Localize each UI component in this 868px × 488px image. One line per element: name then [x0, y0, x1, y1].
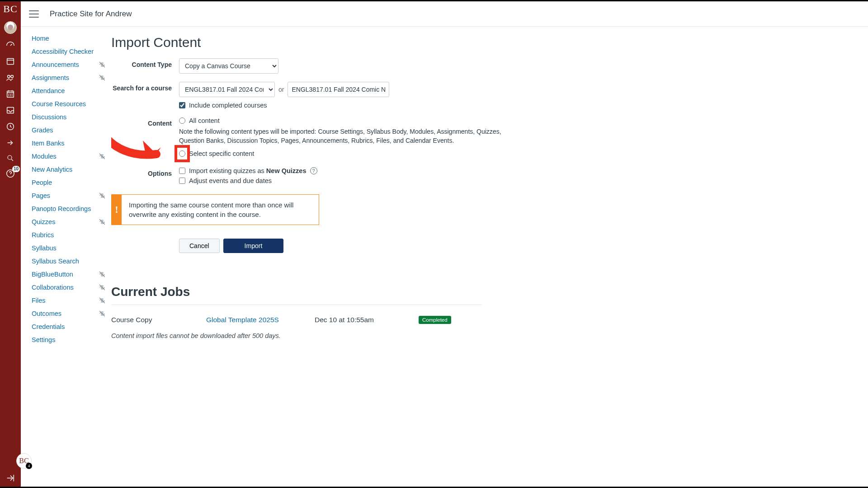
course-nav-link-modules[interactable]: Modules — [32, 153, 57, 160]
help-button[interactable]: 10 — [5, 169, 15, 178]
course-nav-link-bigbluebutton[interactable]: BigBlueButton — [32, 271, 73, 278]
course-nav-link-quizzes[interactable]: Quizzes — [32, 218, 55, 225]
course-nav-item: Announcements — [32, 61, 108, 68]
course-nav-item: Rubrics — [32, 231, 108, 239]
history-icon[interactable] — [5, 122, 15, 131]
course-nav-link-syllabus-search[interactable]: Syllabus Search — [32, 258, 79, 265]
course-nav-link-rubrics[interactable]: Rubrics — [32, 231, 54, 239]
hidden-icon — [99, 284, 106, 291]
course-name-input[interactable] — [288, 82, 389, 97]
course-nav-item: Discussions — [32, 113, 108, 121]
expand-nav-button[interactable] — [5, 473, 15, 487]
hidden-icon — [99, 297, 106, 304]
search-course-label: Search for a course — [111, 82, 179, 109]
form-area: Import Content Content Type Copy a Canva… — [111, 27, 868, 487]
course-nav-item: New Analytics — [32, 166, 108, 173]
course-nav-item: Pages — [32, 192, 108, 199]
course-nav-item: Item Banks — [32, 140, 108, 147]
topbar: Practice Site for Andrew — [21, 1, 868, 27]
job-row: Course Copy Global Template 2025S Dec 10… — [111, 316, 841, 324]
breadcrumb[interactable]: Practice Site for Andrew — [50, 9, 132, 19]
course-nav-item: Attendance — [32, 87, 108, 94]
adjust-dates-label: Adjust events and due dates — [189, 177, 272, 184]
course-nav-link-item-banks[interactable]: Item Banks — [32, 140, 65, 147]
course-nav-link-people[interactable]: People — [32, 179, 52, 186]
course-nav-link-discussions[interactable]: Discussions — [32, 113, 66, 121]
adjust-dates-checkbox[interactable] — [179, 178, 185, 184]
hamburger-button[interactable] — [29, 10, 39, 18]
calendar-icon[interactable] — [5, 89, 15, 99]
course-nav-link-accessibility-checker[interactable]: Accessibility Checker — [32, 48, 94, 55]
account-avatar[interactable] — [4, 21, 17, 34]
content-note: Note the following content types will be… — [179, 127, 523, 145]
course-nav: HomeAccessibility CheckerAnnouncementsAs… — [21, 27, 111, 487]
course-nav-link-attendance[interactable]: Attendance — [32, 87, 65, 94]
course-nav-link-assignments[interactable]: Assignments — [32, 74, 69, 81]
course-nav-link-announcements[interactable]: Announcements — [32, 61, 79, 68]
content-type-select[interactable]: Copy a Canvas Course — [179, 58, 278, 74]
global-nav: BC 10 BC 4 — [0, 1, 21, 487]
course-nav-link-course-resources[interactable]: Course Resources — [32, 100, 86, 108]
course-nav-item: Accessibility Checker — [32, 48, 108, 55]
svg-point-6 — [8, 155, 12, 160]
svg-point-2 — [11, 75, 13, 78]
hidden-icon — [99, 61, 106, 68]
course-nav-item: Assignments — [32, 74, 108, 81]
content-type-label: Content Type — [111, 58, 179, 74]
course-nav-item: Settings — [32, 336, 108, 343]
course-nav-link-credentials[interactable]: Credentials — [32, 323, 65, 330]
all-content-label: All content — [189, 117, 220, 124]
job-link[interactable]: Global Template 2025S — [206, 316, 297, 324]
arrow-expand-icon — [5, 473, 15, 483]
hidden-icon — [99, 310, 106, 317]
floating-help-widget[interactable]: BC 4 — [16, 453, 32, 469]
groups-icon[interactable] — [5, 73, 15, 83]
hidden-icon — [99, 153, 106, 160]
warning-message: Importing the same course content more t… — [122, 195, 319, 225]
course-nav-link-collaborations[interactable]: Collaborations — [32, 284, 74, 291]
new-quizzes-label: Import existing quizzes as New Quizzes — [189, 167, 307, 174]
hidden-icon — [99, 271, 106, 278]
course-nav-link-settings[interactable]: Settings — [32, 336, 55, 343]
include-completed-label: Include completed courses — [189, 102, 267, 109]
course-nav-link-outcomes[interactable]: Outcomes — [32, 310, 61, 317]
content-label: Content — [111, 117, 179, 159]
course-nav-link-pages[interactable]: Pages — [32, 192, 50, 199]
course-nav-link-panopto-recordings[interactable]: Panopto Recordings — [32, 205, 91, 212]
or-text: or — [278, 86, 284, 93]
search-icon[interactable] — [6, 154, 14, 162]
dashboard-icon[interactable] — [5, 40, 15, 50]
course-nav-item: Grades — [32, 127, 108, 134]
new-quizzes-help-icon[interactable]: ? — [310, 167, 317, 174]
inbox-icon[interactable] — [5, 105, 15, 115]
course-nav-item: Syllabus Search — [32, 258, 108, 265]
job-name: Course Copy — [111, 316, 188, 324]
jobs-footnote: Content import files cannot be downloade… — [111, 332, 841, 339]
import-button[interactable]: Import — [223, 239, 284, 253]
cancel-button[interactable]: Cancel — [179, 239, 220, 253]
course-nav-item: Collaborations — [32, 284, 108, 291]
include-completed-checkbox[interactable] — [179, 102, 185, 108]
course-nav-item: Modules — [32, 153, 108, 160]
job-status-badge: Completed — [419, 316, 451, 324]
course-nav-link-syllabus[interactable]: Syllabus — [32, 244, 57, 252]
course-nav-item: People — [32, 179, 108, 186]
job-date: Dec 10 at 10:55am — [315, 316, 401, 324]
course-nav-link-files[interactable]: Files — [32, 297, 46, 304]
hidden-icon — [99, 192, 106, 199]
course-nav-item: Home — [32, 35, 108, 42]
svg-rect-0 — [7, 59, 14, 65]
course-nav-item: Files — [32, 297, 108, 304]
course-nav-item: Syllabus — [32, 244, 108, 252]
course-nav-item: Course Resources — [32, 100, 108, 108]
select-specific-radio[interactable] — [179, 150, 185, 157]
course-nav-link-home[interactable]: Home — [32, 35, 49, 42]
commons-icon[interactable] — [5, 138, 15, 148]
new-quizzes-checkbox[interactable] — [179, 168, 185, 174]
course-nav-link-grades[interactable]: Grades — [32, 127, 53, 134]
course-nav-link-new-analytics[interactable]: New Analytics — [32, 166, 72, 173]
all-content-radio[interactable] — [179, 117, 185, 124]
courses-icon[interactable] — [5, 56, 15, 66]
institution-logo[interactable]: BC — [3, 3, 17, 15]
course-search-select[interactable]: ENGL3817.01 Fall 2024 Comic Novels — [179, 82, 275, 97]
